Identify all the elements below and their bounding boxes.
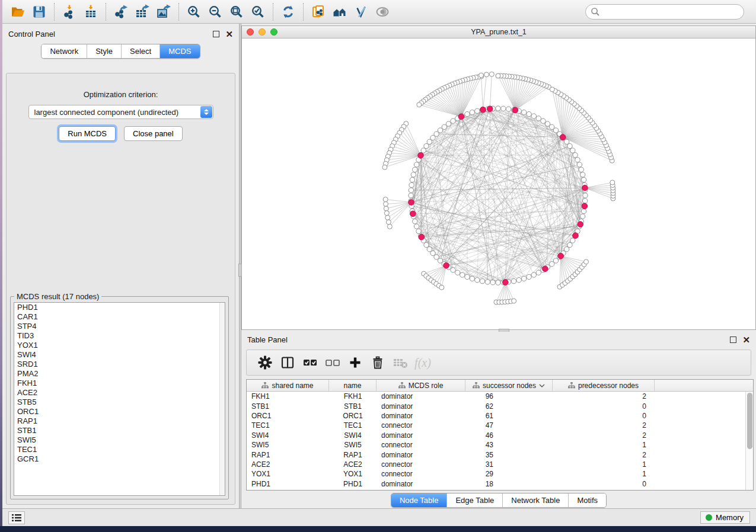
table-row[interactable]: ORC1ORC1dominator610: [247, 411, 745, 421]
table-cell[interactable]: connector: [377, 460, 465, 469]
show-all-button[interactable]: [372, 2, 393, 21]
mcds-result-item[interactable]: TEC1: [14, 445, 225, 454]
optimization-criterion-dropdown[interactable]: largest connected component (undirected): [28, 105, 213, 119]
table-cell[interactable]: 1: [553, 441, 655, 449]
table-cell[interactable]: connector: [377, 441, 465, 449]
table-cell[interactable]: 1: [553, 470, 655, 478]
table-row[interactable]: STB1STB1dominator620: [247, 401, 745, 411]
network-canvas[interactable]: [242, 39, 755, 329]
table-cell[interactable]: dominator: [377, 392, 465, 400]
table-cell[interactable]: dominator: [377, 451, 465, 459]
mcds-result-item[interactable]: STP4: [14, 322, 225, 331]
export-network-button[interactable]: [110, 2, 132, 21]
export-image-button[interactable]: [153, 2, 174, 21]
add-button[interactable]: [345, 352, 365, 373]
mcds-result-list[interactable]: PHD1CAR1STP4TID3YOX1SWI4SRD1PMA2FKH1ACE2…: [14, 302, 225, 496]
tab-node-table[interactable]: Node Table: [391, 493, 447, 507]
column-header-shared-name[interactable]: shared name: [247, 380, 329, 391]
import-table-button[interactable]: [80, 2, 101, 21]
table-row[interactable]: YOX1YOX1connector291: [247, 469, 745, 479]
columns-button[interactable]: [277, 352, 298, 373]
import-network-button[interactable]: [59, 2, 80, 21]
column-header-name[interactable]: name: [329, 380, 377, 391]
table-cell[interactable]: 46: [465, 431, 553, 440]
table-cell[interactable]: 1: [553, 460, 655, 469]
mcds-result-item[interactable]: CAR1: [14, 312, 225, 322]
table-cell[interactable]: 2: [553, 392, 655, 400]
mcds-result-item[interactable]: PHD1: [14, 303, 225, 312]
tab-select[interactable]: Select: [121, 44, 160, 58]
table-cell[interactable]: FKH1: [329, 392, 377, 400]
select-all-checked-button[interactable]: [300, 352, 320, 373]
table-row[interactable]: ACE2ACE2connector311: [247, 460, 745, 469]
table-cell[interactable]: STB1: [247, 402, 329, 411]
table-row[interactable]: FKH1FKH1dominator962: [247, 392, 745, 401]
table-cell[interactable]: 2: [553, 421, 655, 430]
table-cell[interactable]: dominator: [377, 402, 465, 411]
table-cell[interactable]: 0: [553, 480, 655, 488]
zoom-fit-button[interactable]: [226, 2, 247, 21]
table-cell[interactable]: 0: [553, 402, 655, 411]
mcds-result-item[interactable]: GCR1: [14, 454, 225, 464]
close-panel-icon[interactable]: ✕: [225, 31, 233, 37]
table-cell[interactable]: PHD1: [329, 480, 377, 488]
table-cell[interactable]: STB1: [329, 402, 377, 411]
mcds-result-item[interactable]: STB1: [14, 426, 225, 435]
column-header-predecessor-nodes[interactable]: predecessor nodes: [553, 380, 655, 391]
refresh-button[interactable]: [277, 2, 299, 21]
trash-button[interactable]: [368, 352, 388, 373]
search-input[interactable]: [600, 6, 744, 18]
table-cell[interactable]: 43: [465, 441, 553, 449]
table-cell[interactable]: TEC1: [329, 421, 377, 430]
first-neighbors-button[interactable]: [329, 2, 350, 21]
mcds-result-item[interactable]: SRD1: [14, 360, 225, 369]
mcds-result-item[interactable]: ORC1: [14, 407, 225, 416]
column-header-MCDS-role[interactable]: MCDS role: [377, 380, 465, 391]
table-row[interactable]: RAP1RAP1dominator352: [247, 450, 745, 459]
hide-selected-button[interactable]: [350, 2, 372, 21]
table-cell[interactable]: PHD1: [247, 480, 329, 488]
network-graph[interactable]: [242, 39, 755, 329]
table-cell[interactable]: ORC1: [329, 412, 377, 420]
tab-network-table[interactable]: Network Table: [502, 493, 568, 507]
zoom-out-button[interactable]: [205, 2, 226, 21]
close-panel-button[interactable]: Close panel: [124, 126, 183, 141]
new-network-from-selection-button[interactable]: [308, 2, 329, 21]
table-cell[interactable]: 0: [553, 412, 655, 420]
deselect-all-button[interactable]: [323, 352, 343, 373]
table-cell[interactable]: FKH1: [247, 392, 329, 400]
mcds-result-item[interactable]: SWI5: [14, 435, 225, 445]
scrollbar-thumb[interactable]: [747, 393, 752, 449]
tab-edge-table[interactable]: Edge Table: [446, 493, 502, 507]
table-cell[interactable]: 47: [465, 421, 553, 430]
table-scrollbar[interactable]: [745, 392, 753, 490]
mcds-result-item[interactable]: YOX1: [14, 341, 225, 350]
table-cell[interactable]: YOX1: [247, 470, 329, 478]
mcds-result-item[interactable]: TID3: [14, 331, 225, 341]
mcds-result-item[interactable]: PMA2: [14, 369, 225, 379]
table-row[interactable]: TEC1TEC1connector472: [247, 421, 745, 430]
table-cell[interactable]: 31: [465, 460, 553, 469]
tab-style[interactable]: Style: [87, 44, 121, 58]
table-cell[interactable]: 2: [553, 431, 655, 440]
table-cell[interactable]: SWI4: [329, 431, 377, 440]
column-header-successor-nodes[interactable]: successor nodes: [465, 380, 553, 391]
mcds-result-item[interactable]: SWI4: [14, 350, 225, 360]
float-panel-icon[interactable]: [213, 31, 219, 37]
table-cell[interactable]: connector: [377, 470, 465, 478]
table-cell[interactable]: TEC1: [247, 421, 329, 430]
task-history-button[interactable]: [8, 511, 25, 524]
table-cell[interactable]: dominator: [377, 480, 465, 488]
table-cell[interactable]: SWI5: [329, 441, 377, 449]
table-cell[interactable]: YOX1: [329, 470, 377, 478]
float-panel-icon[interactable]: [730, 336, 736, 343]
table-cell[interactable]: 61: [465, 412, 553, 420]
table-cell[interactable]: SWI4: [247, 431, 329, 440]
memory-button[interactable]: Memory: [700, 511, 750, 524]
table-cell[interactable]: ACE2: [329, 460, 377, 469]
export-table-button[interactable]: [132, 2, 153, 21]
table-cell[interactable]: dominator: [377, 431, 465, 440]
mcds-result-item[interactable]: STB5: [14, 398, 225, 407]
table-cell[interactable]: 96: [465, 392, 553, 400]
table-cell[interactable]: ORC1: [247, 412, 329, 420]
